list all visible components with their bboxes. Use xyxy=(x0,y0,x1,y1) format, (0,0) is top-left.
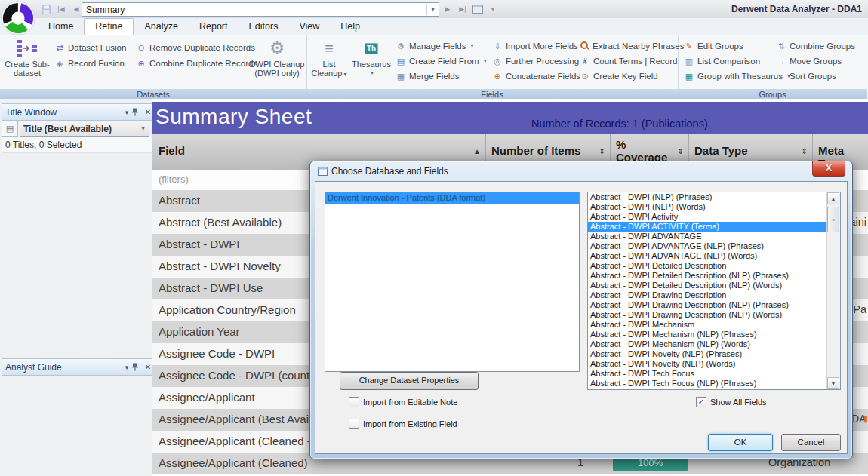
checkbox-icon[interactable] xyxy=(349,397,359,407)
field-name: Abstract - DWPI Use xyxy=(159,281,263,294)
chevron-down-icon[interactable]: ▾ xyxy=(426,4,439,15)
quick-access-toolbar: |◀ ◀ xyxy=(39,2,83,16)
sort-icon: ⇕ xyxy=(678,147,684,155)
record-fusion-button[interactable]: ◈ Record Fusion xyxy=(54,57,125,69)
pin-icon[interactable] xyxy=(132,108,143,116)
ribbon-tab[interactable]: Analyze xyxy=(134,18,188,35)
move-groups-button[interactable]: → Move Groups xyxy=(776,54,842,67)
close-icon[interactable]: ✕ xyxy=(143,108,153,116)
ribbon-tab[interactable]: View xyxy=(288,18,330,35)
field-list-item[interactable]: Abstract - DWPI Tech Focus xyxy=(588,369,827,379)
combine-groups-button[interactable]: ⇅ Combine Groups xyxy=(776,39,855,52)
field-list-item[interactable]: Abstract - DWPI ADVANTAGE (NLP) (Phrases… xyxy=(588,241,827,251)
field-list-item[interactable]: Abstract - DWPI Detailed Description (NL… xyxy=(588,281,827,290)
combine-duplicate-records-button[interactable]: ⊕ Combine Duplicate Records xyxy=(136,57,257,69)
field-list-item[interactable]: Abstract - DWPI Detailed Description xyxy=(588,261,827,271)
sort-groups-button[interactable]: ↕ Sort Groups xyxy=(776,69,836,82)
field-name: Abstract - DWPI xyxy=(159,238,240,250)
qat-menu-icon[interactable]: ▾ xyxy=(486,2,500,16)
concatenate-fields-button[interactable]: ⊕ Concatenate Fields xyxy=(492,69,580,82)
cancel-button[interactable]: Cancel xyxy=(781,434,841,451)
chevron-down-icon: ▾ xyxy=(343,71,346,78)
merge-fields-button[interactable]: ▦ Merge Fields xyxy=(396,69,459,82)
pin-icon[interactable] xyxy=(132,363,143,371)
field-list-item[interactable]: Abstract - DWPI ACTIVITY (Terms) xyxy=(588,222,827,232)
field-list-item[interactable]: Abstract - DWPI (NLP) (Phrases) xyxy=(588,192,827,202)
edit-groups-button[interactable]: ✎ Edit Groups xyxy=(684,39,743,52)
window-icon[interactable] xyxy=(471,2,485,16)
show-all-fields-checkbox[interactable]: ✓ Show All Fields xyxy=(696,397,767,407)
close-icon[interactable]: ✕ xyxy=(143,363,153,371)
field-list-item[interactable]: Abstract - DWPI Detailed Description (NL… xyxy=(588,271,827,281)
first-record-icon[interactable]: |◀ xyxy=(54,2,68,16)
dialog-close-button[interactable]: X xyxy=(812,161,845,177)
save-icon[interactable] xyxy=(39,2,53,16)
import-more-fields-button[interactable]: ⇓ Import More Fields xyxy=(492,39,578,52)
ribbon-tab[interactable]: Home xyxy=(38,18,84,35)
ribbon-tab[interactable]: Help xyxy=(330,18,371,35)
dataset-fusion-button[interactable]: ⇄ Dataset Fusion xyxy=(54,41,126,54)
choose-database-dialog: Choose Database and Fields X Derwent Inn… xyxy=(309,161,853,459)
database-list-item[interactable]: Derwent Innovation - Patents (DDA format… xyxy=(325,192,579,204)
remove-duplicate-records-button[interactable]: ⊖ Remove Duplicate Records xyxy=(136,41,255,54)
sheet-selector-combo[interactable]: Summary ▾ xyxy=(82,2,439,17)
create-field-from-button[interactable]: ▤ Create Field From ▾ xyxy=(396,54,487,67)
checkbox-icon[interactable] xyxy=(349,419,359,429)
merge-fields-icon: ▦ xyxy=(396,71,406,81)
panel-menu-icon[interactable]: ▾ xyxy=(122,109,132,116)
field-list-item[interactable]: Abstract - DWPI Novelty (NLP) (Phrases) xyxy=(588,349,827,359)
list-comparison-button[interactable]: ▥ List Comparison xyxy=(684,54,760,67)
field-list-item[interactable]: Abstract - DWPI Activity xyxy=(588,212,827,222)
create-key-field-button[interactable]: ⊙ Create Key Field xyxy=(580,69,658,82)
thesaurus-button[interactable]: Th Thesaurus ▾ xyxy=(350,37,392,88)
ribbon-tab[interactable]: Report xyxy=(189,18,239,35)
change-dataset-properties-button[interactable]: Change Dataset Properties xyxy=(340,372,479,390)
dialog-fields-list[interactable]: Abstract - DWPI (NLP) (Phrases)Abstract … xyxy=(587,192,841,390)
field-list-item[interactable]: Abstract - DWPI Mechanism xyxy=(588,320,827,330)
field-name: Abstract xyxy=(159,194,200,207)
field-list-item[interactable]: Abstract - DWPI Drawing Description xyxy=(588,290,827,300)
next-record-icon[interactable]: ▶ xyxy=(441,2,454,16)
dialog-database-list[interactable]: Derwent Innovation - Patents (DDA format… xyxy=(325,192,580,372)
app-logo[interactable] xyxy=(1,1,35,35)
field-list-item[interactable]: Abstract - DWPI Novelty (NLP) (Words) xyxy=(588,359,827,369)
chevron-down-icon[interactable]: ▾ xyxy=(137,125,149,132)
scrollbar-thumb[interactable]: ≡ xyxy=(827,207,839,232)
title-field-combo[interactable]: Title (Best Available) ▾ xyxy=(20,121,149,137)
fields-list-scrollbar[interactable]: ▲ ≡ ▼ xyxy=(826,192,840,389)
app-title: Derwent Data Analyzer - DDA1 xyxy=(731,0,862,18)
further-processing-button[interactable]: ◎ Further Processing ▾ xyxy=(492,54,586,67)
list-cleanup-button[interactable]: ≡ List Cleanup▾ xyxy=(309,37,349,88)
sheet-selector-value: Summary xyxy=(82,5,426,15)
field-list-item[interactable]: Abstract - DWPI Mechanism (NLP) (Phrases… xyxy=(588,330,827,339)
analyst-guide-panel-header: Analyst Guide ▾ ✕ xyxy=(2,358,157,376)
last-record-icon[interactable]: ▶| xyxy=(456,2,469,16)
ribbon-tab[interactable]: Editors xyxy=(239,18,289,35)
group-label-fields: Fields xyxy=(306,89,678,100)
import-existing-field-checkbox[interactable]: Import from Existing Field xyxy=(349,419,457,429)
scroll-up-icon[interactable]: ▲ xyxy=(827,192,839,204)
field-list-item[interactable]: Abstract - DWPI Mechanism (NLP) (Words) xyxy=(588,339,827,349)
field-list-item[interactable]: Abstract - DWPI Drawing Description (NLP… xyxy=(588,310,827,320)
field-list-item[interactable]: Abstract - DWPI (NLP) (Words) xyxy=(588,202,827,212)
ribbon-tab[interactable]: Refine xyxy=(84,18,134,35)
title-field-value: Title (Best Available) xyxy=(20,124,137,134)
panel-menu-icon[interactable]: ▾ xyxy=(122,364,132,371)
title-list-icon[interactable]: ▤ xyxy=(2,121,18,137)
ok-button[interactable]: OK xyxy=(708,434,773,451)
scroll-down-icon[interactable]: ▼ xyxy=(827,377,839,389)
extract-nearby-phrases-button[interactable]: Extract Nearby Phrases xyxy=(580,39,684,52)
checkbox-checked-icon[interactable]: ✓ xyxy=(696,397,706,407)
manage-fields-button[interactable]: ⚙ Manage Fields ▾ xyxy=(396,39,473,52)
count-terms-record-button[interactable]: # Count Terms | Record xyxy=(580,54,677,67)
create-subdataset-button[interactable]: Create Sub-dataset xyxy=(5,37,50,88)
group-with-thesaurus-button[interactable]: ▦ Group with Thesaurus ▾ xyxy=(684,69,790,82)
dialog-title: Choose Database and Fields xyxy=(331,166,448,177)
field-list-item[interactable]: Abstract - DWPI Drawing Description (NLP… xyxy=(588,300,827,310)
field-list-item[interactable]: Abstract - DWPI ADVANTAGE xyxy=(588,232,827,241)
import-editable-note-checkbox[interactable]: Import from Editable Note xyxy=(349,397,457,407)
field-list-item[interactable]: Abstract - DWPI ADVANTAGE (NLP) (Words) xyxy=(588,251,827,261)
dwpi-cleanup-button[interactable]: ⚙ DWPI Cleanup (DWPI only) xyxy=(249,37,305,88)
import-fields-icon: ⇓ xyxy=(492,41,503,51)
field-list-item[interactable]: Abstract - DWPI Tech Focus (NLP) (Phrase… xyxy=(588,379,827,388)
